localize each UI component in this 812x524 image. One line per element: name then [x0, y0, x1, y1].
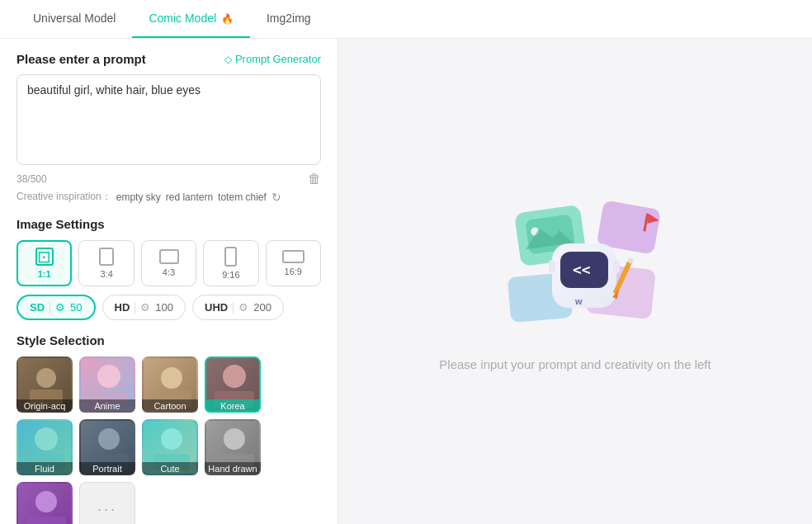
svg-point-10	[223, 365, 246, 388]
more-dots: ···	[97, 501, 117, 518]
tab-universal-model[interactable]: Universal Model	[17, 0, 132, 38]
style-item-portrait[interactable]: Portrait	[79, 419, 135, 475]
ratio-icon-16-9	[282, 250, 304, 263]
style-svg-xianxia	[18, 482, 71, 524]
step-count-sd: 50	[70, 301, 82, 314]
ratio-btn-3-4[interactable]: 3:4	[78, 240, 134, 286]
right-panel: << w Please input your prompt and creati…	[338, 39, 812, 524]
robot-svg: << w	[493, 192, 674, 349]
style-img-xianxia	[17, 482, 73, 524]
style-selection-title: Style Selection	[17, 333, 105, 347]
svg-rect-41	[613, 260, 620, 273]
prompt-footer: 38/500 🗑	[17, 172, 321, 186]
style-item-fluid[interactable]: Fluid	[17, 419, 73, 475]
style-item-cute[interactable]: Cute	[142, 419, 198, 475]
tab-img2img[interactable]: Img2img	[250, 0, 328, 38]
style-name-portrait: Portrait	[79, 462, 135, 475]
left-panel: Please enter a prompt ◇ Prompt Generator…	[0, 39, 338, 524]
quality-btn-sd[interactable]: SD ⚙ 50	[17, 295, 96, 320]
svg-point-19	[161, 428, 182, 450]
quality-label-sd: SD	[30, 301, 45, 314]
ratio-icon-4-3	[159, 249, 179, 264]
style-img-more: ···	[79, 482, 135, 524]
ratio-btn-9-16[interactable]: 9:16	[203, 240, 258, 286]
style-name-anime: Anime	[79, 399, 135, 413]
svg-point-13	[35, 427, 58, 451]
svg-rect-26	[26, 517, 66, 524]
ratio-icon-3-4	[99, 248, 114, 266]
style-name-origin: Origin-acq	[17, 399, 73, 413]
style-item-more[interactable]: ··· More	[79, 482, 135, 524]
ratio-label-16-9: 16:9	[285, 267, 302, 276]
style-selection-section: Style Selection Origin-acq	[17, 333, 321, 524]
svg-point-22	[224, 428, 245, 450]
svg-point-16	[98, 428, 120, 450]
style-grid: Origin-acq Anime	[17, 356, 321, 524]
style-name-korea: Korea	[205, 399, 261, 413]
style-item-handdrawn[interactable]: Hand drawn	[205, 419, 261, 475]
inspiration-tag-1[interactable]: red lantern	[166, 191, 213, 203]
quality-btn-uhd[interactable]: UHD ⚙ 200	[192, 295, 284, 320]
ratio-label-4-3: 4:3	[163, 267, 175, 277]
right-placeholder-text: Please input your prompt and creativity …	[439, 357, 710, 371]
ratio-btn-1-1[interactable]: ⊡ 1:1	[17, 240, 72, 286]
main-layout: Please enter a prompt ◇ Prompt Generator…	[0, 39, 812, 524]
svg-text:<<: <<	[573, 261, 591, 278]
inspiration-label: Creative inspiration：	[17, 190, 111, 204]
quality-label-uhd: UHD	[205, 301, 228, 314]
quality-btn-hd[interactable]: HD ⚙ 100	[102, 295, 186, 320]
svg-rect-40	[549, 260, 555, 273]
inspiration-row: Creative inspiration： empty sky red lant…	[17, 190, 321, 204]
robot-illustration: << w	[493, 192, 658, 341]
style-item-korea[interactable]: Korea	[205, 356, 261, 413]
char-count: 38/500	[17, 173, 47, 185]
style-name-fluid: Fluid	[17, 462, 73, 475]
style-item-xianxia[interactable]: Xianxia	[17, 482, 73, 524]
ratio-label-9-16: 9:16	[222, 270, 239, 280]
quality-row: SD ⚙ 50 HD ⚙ 100 UHD ⚙	[17, 295, 321, 320]
style-item-cartoon[interactable]: Cartoon	[142, 356, 198, 413]
top-nav: Universal Model Comic Model 🔥 Img2img	[0, 0, 812, 39]
image-settings-title: Image Settings	[17, 217, 105, 231]
ratio-grid: ⊡ 1:1 3:4 4:3 9:16	[17, 240, 321, 286]
divider-uhd	[233, 302, 234, 314]
ratio-icon-9-16	[224, 247, 237, 267]
ratio-icon-1-1: ⊡	[35, 248, 54, 266]
prompt-section-header: Please enter a prompt ◇ Prompt Generator	[17, 52, 321, 66]
step-count-hd: 100	[155, 301, 173, 314]
quality-label-hd: HD	[115, 301, 130, 314]
inspiration-tag-0[interactable]: empty sky	[116, 191, 161, 203]
svg-text:w: w	[574, 296, 583, 306]
style-name-cute: Cute	[142, 462, 198, 475]
tab-comic-model[interactable]: Comic Model 🔥	[132, 0, 250, 38]
style-item-origin[interactable]: Origin-acq	[17, 356, 73, 413]
style-name-handdrawn: Hand drawn	[205, 462, 261, 475]
svg-point-4	[97, 365, 120, 388]
trash-icon[interactable]: 🗑	[308, 172, 321, 186]
divider-hd	[135, 302, 135, 314]
app-container: Universal Model Comic Model 🔥 Img2img Pl…	[0, 0, 812, 524]
step-icon-hd: ⚙	[140, 301, 150, 314]
style-name-cartoon: Cartoon	[142, 399, 198, 413]
step-icon-sd: ⚙	[55, 301, 65, 314]
prompt-textarea[interactable]: beautiful girl, white hair, blue eyes	[17, 74, 321, 165]
inspiration-tag-2[interactable]: totem chief	[218, 191, 267, 203]
step-count-uhd: 200	[253, 301, 271, 314]
ratio-btn-16-9[interactable]: 16:9	[266, 240, 321, 286]
style-item-anime[interactable]: Anime	[79, 356, 135, 413]
fire-icon: 🔥	[221, 13, 234, 25]
ratio-btn-4-3[interactable]: 4:3	[141, 240, 196, 286]
prompt-generator-button[interactable]: ◇ Prompt Generator	[224, 53, 321, 65]
svg-point-25	[35, 491, 57, 512]
ratio-label-3-4: 3:4	[100, 269, 112, 279]
svg-point-1	[36, 368, 56, 388]
step-icon-uhd: ⚙	[238, 301, 248, 314]
diamond-icon: ◇	[224, 54, 232, 65]
divider-sd	[50, 302, 50, 314]
refresh-icon[interactable]: ↻	[271, 191, 281, 204]
prompt-section-title: Please enter a prompt	[17, 52, 146, 66]
image-settings-section: Image Settings ⊡ 1:1 3:4 4:3	[17, 217, 321, 320]
ratio-label-1-1: 1:1	[38, 269, 51, 279]
svg-point-7	[161, 367, 182, 389]
